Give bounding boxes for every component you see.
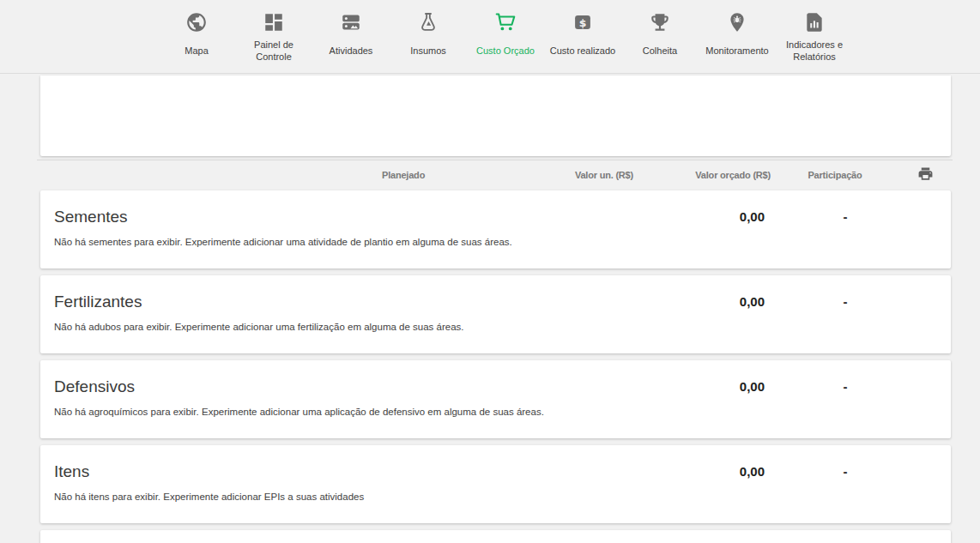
section-card: Itens 0,00 - Não há itens para exibir. E… xyxy=(40,445,951,523)
pin-bug-icon xyxy=(726,9,748,35)
nav-item-label: Painel de Controle xyxy=(235,38,312,63)
cell-participacao: - xyxy=(771,379,899,394)
money-icon: $ xyxy=(572,9,594,35)
nav-item-label: Atividades xyxy=(330,38,373,63)
sections-list: Sementes 0,00 - Não há sementes para exi… xyxy=(40,190,951,523)
flask-icon xyxy=(417,9,439,35)
header-participacao: Participação xyxy=(771,170,899,180)
globe-icon xyxy=(185,9,208,35)
print-button[interactable] xyxy=(916,164,935,186)
top-panel xyxy=(40,75,951,156)
cell-participacao: - xyxy=(771,464,899,479)
nav-item-custo-orcado[interactable]: Custo Orçado xyxy=(467,0,544,63)
nav-item-colheita[interactable]: Colheita xyxy=(621,0,699,63)
trophy-icon xyxy=(649,9,671,35)
cell-valor-orcado: 0,00 xyxy=(633,464,771,479)
nav-item-label: Custo Orçado xyxy=(476,38,535,63)
nav-item-painel-de-controle[interactable]: Painel de Controle xyxy=(235,0,312,63)
section-description: Não há itens para exibir. Experimente ad… xyxy=(54,492,937,502)
header-valor-un: Valor un. (R$) xyxy=(496,170,633,180)
nav-item-monitoramento[interactable]: Monitoramento xyxy=(699,0,776,63)
report-icon xyxy=(803,9,826,35)
cell-valor-orcado: 0,00 xyxy=(633,379,771,394)
main-content: Planejado Valor un. (R$) Valor orçado (R… xyxy=(0,74,980,543)
nav-item-label: Monitoramento xyxy=(705,38,768,63)
printer-icon xyxy=(917,166,934,184)
section-card: Fertilizantes 0,00 - Não há adubos para … xyxy=(40,275,951,353)
nav-item-label: Custo realizado xyxy=(550,38,615,63)
bottom-panel xyxy=(40,530,951,543)
cell-participacao: - xyxy=(771,209,899,224)
section-title: Sementes xyxy=(54,207,382,226)
dashboard-icon xyxy=(263,9,285,35)
section-title: Fertilizantes xyxy=(54,292,382,311)
nav-item-label: Colheita xyxy=(643,38,677,63)
section-card: Defensivos 0,00 - Não há agroquímicos pa… xyxy=(40,360,951,438)
nav-item-label: Insumos xyxy=(410,38,446,63)
header-valor-orcado: Valor orçado (R$) xyxy=(633,170,771,180)
section-card: Sementes 0,00 - Não há sementes para exi… xyxy=(40,190,951,268)
cell-participacao: - xyxy=(771,294,899,309)
svg-text:$: $ xyxy=(579,16,587,29)
nav-item-insumos[interactable]: Insumos xyxy=(390,0,467,63)
nav-item-label: Indicadores e Relatórios xyxy=(776,38,853,63)
section-description: Não há adubos para exibir. Experimente a… xyxy=(54,322,937,332)
section-description: Não há sementes para exibir. Experimente… xyxy=(54,237,937,247)
nav-item-atividades[interactable]: Atividades xyxy=(312,0,390,63)
activities-icon xyxy=(340,9,362,35)
cell-valor-orcado: 0,00 xyxy=(633,294,771,309)
nav-item-label: Mapa xyxy=(185,38,209,63)
cart-icon xyxy=(493,9,517,35)
nav-item-indicadores-relatorios[interactable]: Indicadores e Relatórios xyxy=(776,0,853,63)
cell-valor-orcado: 0,00 xyxy=(633,209,771,224)
table-header: Planejado Valor un. (R$) Valor orçado (R… xyxy=(40,160,951,189)
nav-item-custo-realizado[interactable]: $ Custo realizado xyxy=(544,0,621,63)
nav-item-mapa[interactable]: Mapa xyxy=(158,0,235,63)
header-planejado: Planejado xyxy=(382,170,496,180)
section-title: Defensivos xyxy=(54,377,382,396)
section-description: Não há agroquímicos para exibir. Experim… xyxy=(54,407,937,417)
top-nav: Mapa Painel de Controle Atividades Insum… xyxy=(0,0,980,74)
section-title: Itens xyxy=(54,462,382,481)
